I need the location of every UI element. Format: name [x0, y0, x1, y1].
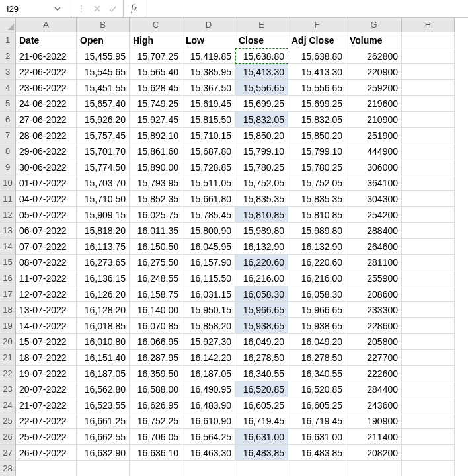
cell-F20[interactable]: 16,049.20 [288, 334, 346, 350]
cell-H7[interactable] [402, 128, 455, 143]
cell-F21[interactable]: 16,278.50 [288, 350, 346, 366]
cell-E25[interactable]: 16,719.45 [235, 413, 288, 429]
cell-H12[interactable] [402, 207, 455, 223]
cell-A28[interactable] [16, 461, 77, 476]
cell-H19[interactable] [402, 318, 455, 334]
cell-C18[interactable]: 16,140.00 [130, 302, 182, 318]
row-header-20[interactable]: 20 [0, 334, 16, 350]
cell-D1[interactable]: Low [182, 32, 235, 48]
cell-A19[interactable]: 14-07-2022 [16, 318, 77, 334]
cell-E18[interactable]: 15,966.65 [235, 302, 288, 318]
cell-F12[interactable]: 15,810.85 [288, 207, 346, 223]
row-header-27[interactable]: 27 [0, 445, 16, 461]
cell-A10[interactable]: 01-07-2022 [16, 175, 77, 191]
cell-H5[interactable] [402, 96, 455, 112]
cell-G20[interactable]: 205800 [346, 334, 402, 350]
cell-C17[interactable]: 16,158.75 [130, 286, 182, 302]
cell-G16[interactable]: 255900 [346, 270, 402, 286]
cell-H28[interactable] [402, 461, 455, 476]
row-header-6[interactable]: 6 [0, 112, 16, 128]
cell-D18[interactable]: 15,950.15 [182, 302, 235, 318]
cell-H2[interactable] [402, 48, 455, 64]
cell-H26[interactable] [402, 429, 455, 445]
cell-H1[interactable] [402, 32, 455, 48]
cell-B4[interactable]: 15,451.55 [77, 80, 130, 96]
cell-G9[interactable]: 306000 [346, 159, 402, 175]
cell-B1[interactable]: Open [77, 32, 130, 48]
cell-F4[interactable]: 15,556.65 [288, 80, 346, 96]
cell-G10[interactable]: 364100 [346, 175, 402, 191]
cell-E7[interactable]: 15,850.20 [235, 128, 288, 143]
cell-E5[interactable]: 15,699.25 [235, 96, 288, 112]
cell-E22[interactable]: 16,340.55 [235, 366, 288, 381]
cell-G4[interactable]: 259200 [346, 80, 402, 96]
cell-E8[interactable]: 15,799.10 [235, 143, 288, 159]
cell-E24[interactable]: 16,605.25 [235, 397, 288, 413]
cell-A1[interactable]: Date [16, 32, 77, 48]
cell-C21[interactable]: 16,287.95 [130, 350, 182, 366]
row-header-26[interactable]: 26 [0, 429, 16, 445]
column-header-H[interactable]: H [402, 18, 455, 32]
cell-B5[interactable]: 15,657.40 [77, 96, 130, 112]
cell-H21[interactable] [402, 350, 455, 366]
cell-H13[interactable] [402, 223, 455, 239]
cell-G1[interactable]: Volume [346, 32, 402, 48]
cell-E28[interactable] [235, 461, 288, 476]
cell-D25[interactable]: 16,610.90 [182, 413, 235, 429]
row-header-25[interactable]: 25 [0, 413, 16, 429]
insert-function-button[interactable]: fx [124, 0, 145, 17]
cell-E11[interactable]: 15,835.35 [235, 191, 288, 207]
cell-B24[interactable]: 16,523.55 [77, 397, 130, 413]
cell-A14[interactable]: 07-07-2022 [16, 239, 77, 255]
cell-B23[interactable]: 16,562.80 [77, 381, 130, 397]
row-header-10[interactable]: 10 [0, 175, 16, 191]
cell-F7[interactable]: 15,850.20 [288, 128, 346, 143]
cell-C3[interactable]: 15,565.40 [130, 64, 182, 80]
cell-D2[interactable]: 15,419.85 [182, 48, 235, 64]
cell-B22[interactable]: 16,187.05 [77, 366, 130, 381]
cell-F11[interactable]: 15,835.35 [288, 191, 346, 207]
cell-A18[interactable]: 13-07-2022 [16, 302, 77, 318]
cell-A12[interactable]: 05-07-2022 [16, 207, 77, 223]
cell-G25[interactable]: 190900 [346, 413, 402, 429]
cell-G22[interactable]: 222600 [346, 366, 402, 381]
cell-B16[interactable]: 16,136.15 [77, 270, 130, 286]
cell-C24[interactable]: 16,626.95 [130, 397, 182, 413]
cell-C8[interactable]: 15,861.60 [130, 143, 182, 159]
row-header-2[interactable]: 2 [0, 48, 16, 64]
cell-F13[interactable]: 15,989.80 [288, 223, 346, 239]
cell-C22[interactable]: 16,359.50 [130, 366, 182, 381]
cell-D6[interactable]: 15,815.50 [182, 112, 235, 128]
cell-A23[interactable]: 20-07-2022 [16, 381, 77, 397]
cell-G7[interactable]: 251900 [346, 128, 402, 143]
cell-B20[interactable]: 16,010.80 [77, 334, 130, 350]
cell-H22[interactable] [402, 366, 455, 381]
cell-C9[interactable]: 15,890.00 [130, 159, 182, 175]
cell-A2[interactable]: 21-06-2022 [16, 48, 77, 64]
row-header-22[interactable]: 22 [0, 366, 16, 381]
cell-D22[interactable]: 16,187.05 [182, 366, 235, 381]
cell-G26[interactable]: 211400 [346, 429, 402, 445]
cell-G5[interactable]: 219600 [346, 96, 402, 112]
cell-B18[interactable]: 16,128.20 [77, 302, 130, 318]
cell-B2[interactable]: 15,455.95 [77, 48, 130, 64]
cell-F15[interactable]: 16,220.60 [288, 255, 346, 270]
cell-E21[interactable]: 16,278.50 [235, 350, 288, 366]
column-header-B[interactable]: B [77, 18, 130, 32]
cell-G19[interactable]: 228600 [346, 318, 402, 334]
cell-G15[interactable]: 281100 [346, 255, 402, 270]
cell-H15[interactable] [402, 255, 455, 270]
row-header-18[interactable]: 18 [0, 302, 16, 318]
cell-E13[interactable]: 15,989.80 [235, 223, 288, 239]
cell-G23[interactable]: 284400 [346, 381, 402, 397]
cell-E19[interactable]: 15,938.65 [235, 318, 288, 334]
cell-E3[interactable]: 15,413.30 [235, 64, 288, 80]
row-header-12[interactable]: 12 [0, 207, 16, 223]
cell-C25[interactable]: 16,752.25 [130, 413, 182, 429]
cell-A17[interactable]: 12-07-2022 [16, 286, 77, 302]
select-all-corner[interactable] [0, 18, 16, 32]
cell-D26[interactable]: 16,564.25 [182, 429, 235, 445]
cell-H10[interactable] [402, 175, 455, 191]
column-header-A[interactable]: A [16, 18, 77, 32]
row-header-24[interactable]: 24 [0, 397, 16, 413]
